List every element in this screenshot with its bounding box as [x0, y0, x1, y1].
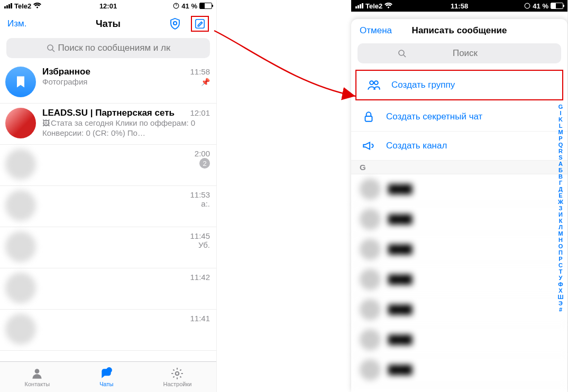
index-letter[interactable]: Л — [558, 224, 563, 230]
index-letter[interactable]: Б — [558, 167, 563, 173]
index-letter[interactable]: I — [560, 110, 561, 116]
signal-icon — [4, 3, 12, 8]
search-bar[interactable] — [6, 38, 210, 58]
index-letter[interactable]: З — [559, 205, 563, 211]
modal-title: Написать сообщение — [412, 25, 507, 36]
chat-name: LEADS.SU | Партнерская сеть — [42, 108, 175, 118]
index-letter[interactable]: Д — [558, 186, 563, 192]
alphabet-index[interactable]: GIKLMPQRSАБВГДЕЖЗИКЛМНОПРСТУФХШЭ# — [554, 104, 567, 388]
create-channel-action[interactable]: Создать канал — [351, 132, 567, 161]
chat-time: 11:53 — [190, 190, 210, 199]
chat-row-blurred[interactable]: 11:45 Уб. — [0, 227, 216, 268]
index-letter[interactable]: S — [558, 154, 562, 161]
bookmark-icon — [13, 74, 28, 89]
battery-text: 41 % — [533, 2, 548, 10]
signal-icon — [355, 3, 363, 8]
chat-preview: 🖼Стата за сегодня Клики по офферам: 0 Ко… — [42, 118, 210, 138]
svg-point-3 — [48, 45, 53, 50]
avatar — [5, 149, 36, 180]
chat-row-blurred[interactable]: 11:41 — [0, 310, 216, 351]
tab-label: Чаты — [99, 381, 113, 387]
chat-time: 12:01 — [190, 108, 210, 117]
index-letter[interactable]: Х — [558, 287, 562, 294]
index-letter[interactable]: К — [559, 218, 563, 224]
chat-name: Избранное — [42, 67, 90, 77]
tab-chats[interactable]: Чаты — [99, 367, 114, 387]
contact-row[interactable]: ████ — [351, 355, 567, 385]
chat-time: 11:45 — [190, 231, 210, 240]
index-letter[interactable]: P — [558, 135, 562, 142]
index-letter[interactable]: Ш — [557, 294, 563, 300]
chat-trailing: Уб. — [198, 240, 210, 249]
avatar — [5, 190, 36, 221]
index-letter[interactable]: G — [558, 104, 563, 110]
index-letter[interactable]: Э — [558, 300, 563, 306]
modal-search[interactable] — [358, 43, 561, 63]
contact-row[interactable]: ████ — [351, 235, 567, 265]
index-letter[interactable]: Е — [558, 192, 562, 199]
index-letter[interactable]: Т — [559, 268, 563, 275]
carrier-label: Tele2 — [14, 2, 31, 10]
contact-row[interactable]: ████ — [351, 174, 567, 204]
create-group-action[interactable]: Создать группу — [355, 70, 563, 100]
tab-label: Контакты — [25, 381, 50, 387]
proxy-shield-icon[interactable] — [169, 17, 181, 30]
index-letter[interactable]: С — [558, 262, 563, 268]
saved-avatar — [5, 67, 36, 97]
svg-point-11 — [370, 81, 373, 85]
index-letter[interactable]: О — [558, 243, 563, 249]
chat-time: 11:42 — [190, 273, 210, 282]
avatar — [5, 314, 36, 344]
svg-rect-13 — [365, 116, 372, 122]
search-input[interactable] — [58, 43, 170, 53]
contact-row[interactable]: ████ — [351, 265, 567, 295]
index-letter[interactable]: M — [558, 129, 563, 135]
tab-contacts[interactable]: Контакты — [25, 367, 50, 387]
chat-row-blurred[interactable]: 11:42 — [0, 268, 216, 310]
index-letter[interactable]: K — [558, 116, 563, 123]
index-letter[interactable]: П — [558, 249, 563, 256]
chat-time: 11:41 — [190, 314, 210, 323]
chat-row-blurred[interactable]: 11:53 а:. — [0, 186, 216, 227]
chat-row-blurred[interactable]: 2:00 2 — [0, 145, 216, 186]
settings-icon — [170, 367, 185, 380]
index-letter[interactable]: Р — [558, 256, 562, 262]
compose-icon[interactable] — [194, 18, 206, 30]
index-letter[interactable]: Ж — [558, 199, 563, 205]
chat-list[interactable]: Избранное11:58 Фотография📌 LEADS.SU | Па… — [0, 62, 216, 361]
cancel-button[interactable]: Отмена — [360, 25, 392, 36]
search-icon — [398, 49, 406, 58]
contact-row[interactable]: ████ — [351, 204, 567, 235]
index-letter[interactable]: М — [558, 230, 563, 237]
index-letter[interactable]: Г — [559, 180, 562, 186]
tab-label: Настройки — [163, 381, 191, 387]
index-letter[interactable]: А — [558, 161, 563, 167]
index-letter[interactable]: Н — [558, 237, 563, 243]
index-letter[interactable]: И — [558, 211, 563, 218]
index-letter[interactable]: R — [558, 148, 563, 154]
lock-icon — [362, 110, 375, 124]
svg-point-9 — [399, 50, 404, 55]
avatar — [5, 273, 36, 303]
chat-row[interactable]: LEADS.SU | Партнерская сеть12:01 🖼Стата … — [0, 104, 216, 145]
clock: 12:01 — [99, 2, 117, 10]
index-letter[interactable]: Q — [558, 142, 563, 148]
wifi-icon — [384, 3, 392, 9]
edit-button[interactable]: Изм. — [7, 18, 26, 29]
contact-row[interactable]: ████ — [351, 295, 567, 325]
create-secret-chat-action[interactable]: Создать секретный чат — [351, 102, 567, 132]
action-label: Создать канал — [386, 141, 447, 151]
index-letter[interactable]: L — [559, 123, 563, 129]
index-letter[interactable]: # — [559, 306, 562, 313]
modal-search-input[interactable] — [409, 48, 521, 59]
orientation-lock-icon — [173, 3, 179, 9]
chat-row-saved[interactable]: Избранное11:58 Фотография📌 — [0, 62, 216, 104]
index-letter[interactable]: У — [559, 275, 563, 281]
right-screenshot: Tele2 11:58 41 % Отмена Написать сообщен… — [351, 0, 568, 392]
index-letter[interactable]: В — [558, 173, 563, 180]
index-letter[interactable]: Ф — [558, 281, 563, 287]
tab-settings[interactable]: Настройки — [163, 367, 191, 387]
contact-row[interactable]: ████ — [351, 325, 567, 355]
svg-point-12 — [374, 81, 378, 85]
nav-bar: Изм. Чаты — [0, 12, 216, 35]
